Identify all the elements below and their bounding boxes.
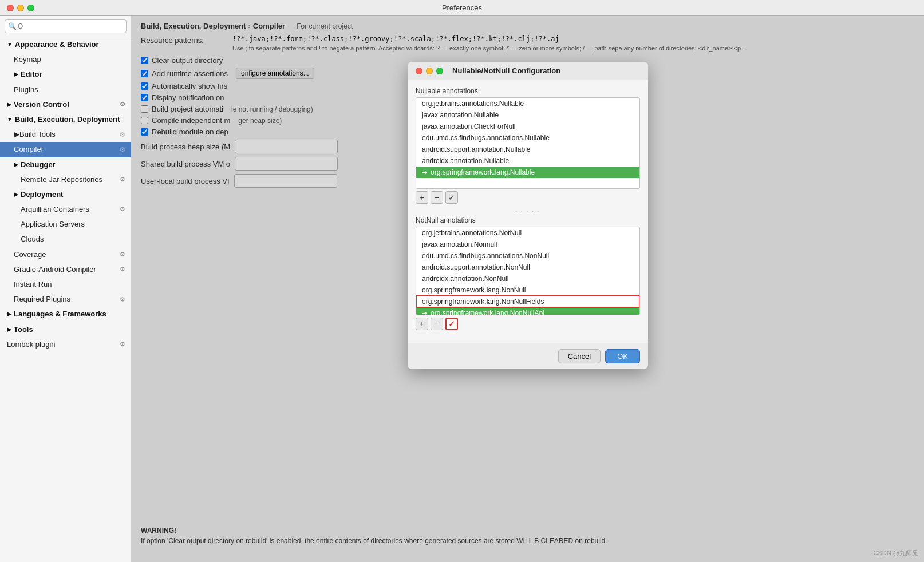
dialog-title-bar: Nullable/NotNull Configuration bbox=[408, 62, 648, 80]
sidebar-item-plugins[interactable]: Plugins bbox=[0, 82, 131, 97]
sidebar-item-languages[interactable]: ▶ Languages & Frameworks bbox=[0, 307, 131, 322]
notnull-tools: + − ✓ bbox=[416, 318, 640, 330]
minimize-button[interactable] bbox=[17, 5, 24, 11]
notnull-list[interactable]: org.jetbrains.annotations.NotNull javax.… bbox=[416, 227, 640, 315]
search-input[interactable] bbox=[5, 19, 127, 33]
notnull-item-3[interactable]: android.support.annotation.NonNull bbox=[416, 262, 639, 273]
sidebar-item-arquillian[interactable]: Arquillian Containers ⚙ bbox=[0, 202, 131, 217]
sidebar-item-tools[interactable]: ▶ Tools bbox=[0, 322, 131, 337]
settings-lombok-icon: ⚙ bbox=[120, 340, 125, 349]
settings-rj-icon: ⚙ bbox=[120, 175, 125, 184]
sidebar-item-coverage[interactable]: Coverage ⚙ bbox=[0, 247, 131, 262]
expand-arrow-bt-icon: ▶ bbox=[14, 129, 19, 140]
nullable-list[interactable]: org.jetbrains.annotations.Nullable javax… bbox=[416, 97, 640, 189]
settings-icon: ⚙ bbox=[120, 100, 125, 109]
settings-compiler-icon: ⚙ bbox=[120, 145, 125, 154]
search-icon: 🔍 bbox=[8, 22, 17, 30]
sidebar-item-appearance[interactable]: ▼ Appearance & Behavior bbox=[0, 37, 131, 52]
dialog-overlay: Nullable/NotNull Configuration Nullable … bbox=[132, 16, 924, 562]
settings-ga-icon: ⚙ bbox=[120, 265, 125, 274]
sidebar: 🔍 ▼ Appearance & Behavior Keymap ▶ Edito… bbox=[0, 16, 132, 562]
nullable-tools: + − ✓ bbox=[416, 191, 640, 204]
expand-arrow-icon: ▼ bbox=[7, 41, 13, 49]
nullable-notnull-dialog: Nullable/NotNull Configuration Nullable … bbox=[408, 62, 648, 369]
nullable-section-label: Nullable annotations bbox=[416, 87, 640, 95]
close-button[interactable] bbox=[7, 5, 14, 11]
nullable-item-selected[interactable]: ➜ org.springframework.lang.Nullable bbox=[416, 167, 639, 178]
nullable-item-1[interactable]: javax.annotation.Nullable bbox=[416, 109, 639, 121]
ok-button[interactable]: OK bbox=[605, 349, 640, 363]
sidebar-item-remote-jar[interactable]: Remote Jar Repositories ⚙ bbox=[0, 172, 131, 187]
sidebar-item-required-plugins[interactable]: Required Plugins ⚙ bbox=[0, 292, 131, 307]
sidebar-item-clouds[interactable]: Clouds bbox=[0, 232, 131, 247]
expand-arrow-tools-icon: ▶ bbox=[7, 326, 11, 334]
sidebar-item-compiler[interactable]: Compiler ⚙ bbox=[0, 142, 131, 157]
cancel-button[interactable]: Cancel bbox=[558, 349, 601, 363]
expand-arrow-dep-icon: ▶ bbox=[14, 191, 18, 199]
notnull-item-5[interactable]: org.springframework.lang.NonNull bbox=[416, 284, 639, 296]
expand-arrow-vc-icon: ▶ bbox=[7, 101, 11, 109]
maximize-button[interactable] bbox=[27, 5, 34, 11]
sidebar-item-lombok[interactable]: Lombok plugin ⚙ bbox=[0, 337, 131, 352]
sidebar-item-gradle-android[interactable]: Gradle-Android Compiler ⚙ bbox=[0, 262, 131, 277]
settings-cov-icon: ⚙ bbox=[120, 250, 125, 259]
dialog-max-button[interactable] bbox=[436, 68, 443, 74]
notnull-item-4[interactable]: androidx.annotation.NonNull bbox=[416, 273, 639, 284]
sidebar-item-deployment[interactable]: ▶ Deployment bbox=[0, 187, 131, 202]
content-area: Build, Execution, Deployment › Compiler … bbox=[132, 16, 924, 562]
nullable-selected-text: org.springframework.lang.Nullable bbox=[431, 168, 535, 176]
dialog-footer: Cancel OK bbox=[408, 343, 648, 369]
nullable-item-3[interactable]: edu.umd.cs.findbugs.annotations.Nullable bbox=[416, 132, 639, 144]
window-title: Preferences bbox=[442, 3, 482, 12]
sidebar-item-instant-run[interactable]: Instant Run bbox=[0, 277, 131, 292]
sidebar-item-editor[interactable]: ▶ Editor bbox=[0, 67, 131, 82]
nullable-item-0[interactable]: org.jetbrains.annotations.Nullable bbox=[416, 98, 639, 109]
notnull-item-1[interactable]: javax.annotation.Nonnull bbox=[416, 239, 639, 250]
sidebar-item-build-exec[interactable]: ▼ Build, Execution, Deployment bbox=[0, 112, 131, 127]
notnull-item-highlighted[interactable]: org.springframework.lang.NonNullFields bbox=[416, 296, 639, 307]
nullable-item-5[interactable]: androidx.annotation.Nullable bbox=[416, 155, 639, 167]
sidebar-item-debugger[interactable]: ▶ Debugger bbox=[0, 157, 131, 172]
notnull-remove-button[interactable]: − bbox=[431, 318, 443, 330]
nullable-selected-arrow-icon: ➜ bbox=[422, 169, 427, 176]
settings-arq-icon: ⚙ bbox=[120, 205, 125, 213]
expand-arrow-editor-icon: ▶ bbox=[14, 70, 18, 78]
title-bar: Preferences bbox=[0, 0, 924, 16]
dialog-body: Nullable annotations org.jetbrains.annot… bbox=[408, 80, 648, 343]
dialog-min-button[interactable] bbox=[426, 68, 433, 74]
sidebar-item-build-tools[interactable]: ▶ Build Tools ⚙ bbox=[0, 127, 131, 142]
nullable-item-2[interactable]: javax.annotation.CheckForNull bbox=[416, 121, 639, 132]
notnull-section-label: NotNull annotations bbox=[416, 216, 640, 224]
nullable-add-button[interactable]: + bbox=[416, 191, 428, 204]
nullable-item-4[interactable]: android.support.annotation.Nullable bbox=[416, 144, 639, 155]
notnull-selected-arrow-icon: ➜ bbox=[422, 310, 427, 316]
dialog-title: Nullable/NotNull Configuration bbox=[452, 66, 560, 75]
notnull-check-button[interactable]: ✓ bbox=[445, 318, 458, 330]
sidebar-item-app-servers[interactable]: Application Servers bbox=[0, 217, 131, 232]
expand-arrow-build-icon: ▼ bbox=[7, 116, 13, 124]
notnull-item-0[interactable]: org.jetbrains.annotations.NotNull bbox=[416, 227, 639, 239]
sidebar-item-version-control[interactable]: ▶ Version Control ⚙ bbox=[0, 97, 131, 112]
notnull-item-selected[interactable]: ➜ org.springframework.lang.NonNullApi bbox=[416, 307, 639, 315]
drag-divider[interactable]: · · · · · bbox=[416, 209, 640, 213]
expand-arrow-lang-icon: ▶ bbox=[7, 310, 11, 318]
settings-rp-icon: ⚙ bbox=[120, 295, 125, 304]
dialog-close-button[interactable] bbox=[416, 68, 422, 74]
nullable-check-button[interactable]: ✓ bbox=[445, 191, 458, 204]
nullable-remove-button[interactable]: − bbox=[431, 191, 443, 204]
settings-bt-icon: ⚙ bbox=[120, 130, 125, 139]
notnull-item-2[interactable]: edu.umd.cs.findbugs.annotations.NonNull bbox=[416, 250, 639, 262]
notnull-selected-text: org.springframework.lang.NonNullApi bbox=[431, 309, 544, 315]
notnull-add-button[interactable]: + bbox=[416, 318, 428, 330]
expand-arrow-dbg-icon: ▶ bbox=[14, 161, 18, 169]
window-controls[interactable] bbox=[7, 5, 34, 11]
sidebar-item-keymap[interactable]: Keymap bbox=[0, 52, 131, 67]
search-bar: 🔍 bbox=[0, 16, 131, 37]
